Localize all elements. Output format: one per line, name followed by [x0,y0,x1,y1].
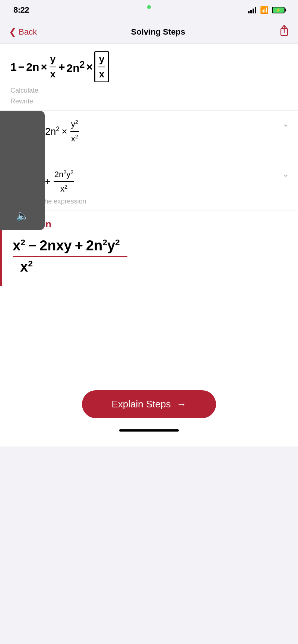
signal-bars-icon [248,7,256,13]
problem-formula: 1 − 2n × y x + 2n2 × y x [10,51,288,82]
volume-widget: 🔈 [0,111,45,230]
share-button[interactable] [279,25,289,39]
explain-steps-button[interactable]: Explain Steps → [82,390,216,418]
rewrite-label: Rewrite [10,96,288,107]
step-2-formula: 1 − 2ny x + 2n2y2 x2 [10,168,288,196]
step-1-chevron[interactable]: ⌄ [282,119,289,129]
status-bar: 8:22 📶 ⚡ [0,0,298,20]
step-2-chevron[interactable]: ⌄ [282,169,289,179]
solution-numerator: x2 − 2nxy + 2n2y2 [13,237,127,257]
main-content: 1 − 2n × y x + 2n2 × y x Calculate Rewri… [0,44,298,446]
battery-icon: ⚡ [272,7,285,13]
problem-labels: Calculate Rewrite [10,85,288,107]
explain-steps-label: Explain Steps [112,398,171,410]
content-spacer [0,286,298,383]
green-dot [147,5,151,9]
calculate-label: Calculate [10,85,288,96]
back-button[interactable]: ❮ Back [9,27,37,37]
step-1-label: Calculate [10,148,288,156]
wifi-icon: 📶 [260,6,268,14]
step-2[interactable]: ⌄ 1 − 2ny x + 2n2y2 x2 Transform the exp… [0,161,298,211]
chevron-left-icon: ❮ [9,27,16,37]
bottom-bar: Explain Steps → [0,383,298,446]
page-title: Solving Steps [131,27,185,37]
solution-denominator: x2 [13,257,33,275]
home-indicator [119,429,179,432]
problem-section: 1 − 2n × y x + 2n2 × y x Calculate Rewri… [0,44,298,111]
solution-label: Solution [13,218,288,230]
step-2-label: Transform the expression [10,198,288,205]
step-1-formula: − 2ny x + 2n2 × y2 x2 [10,118,288,145]
step-1[interactable]: ⌄ − 2ny x + 2n2 × y2 x2 Calculate [0,111,298,161]
nav-bar: ❮ Back Solving Steps [0,20,298,44]
back-label: Back [19,27,37,37]
status-time: 8:22 [13,5,29,15]
volume-icon: 🔈 [16,209,29,222]
solution-formula: x2 − 2nxy + 2n2y2 x2 [13,237,288,275]
arrow-icon: → [177,398,186,410]
steps-area: 🔈 ⌄ − 2ny x + 2n2 × y2 x2 [0,111,298,211]
solution-section: Solution x2 − 2nxy + 2n2y2 x2 [0,211,298,286]
status-icons: 📶 ⚡ [248,6,285,14]
